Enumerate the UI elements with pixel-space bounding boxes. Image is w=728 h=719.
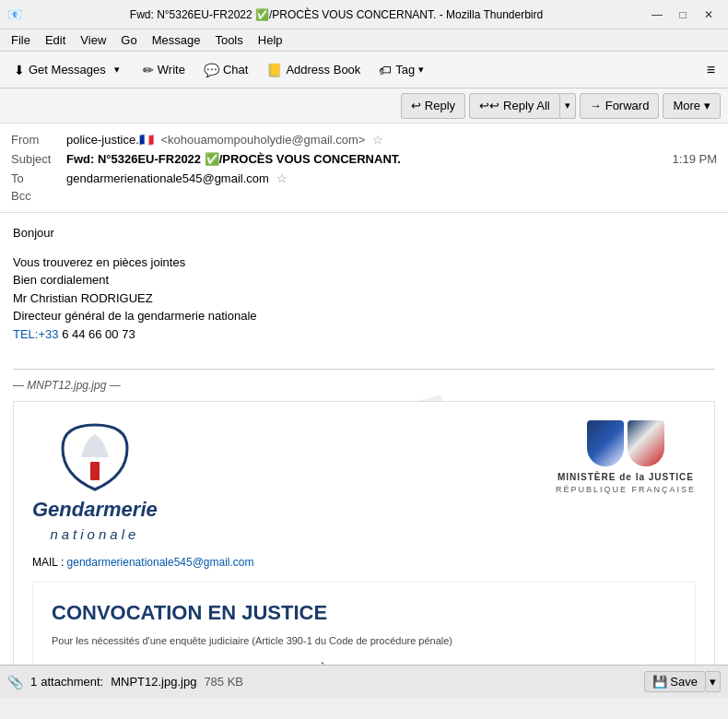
reply-icon: ↩ [411, 99, 421, 112]
attachment-filesize: 785 KB [204, 675, 243, 689]
to-row: To gendarmerienationale545@gmail.com ☆ [11, 170, 717, 187]
mail-prefix: MAIL : [32, 556, 64, 569]
tag-button[interactable]: 🏷 Tag ▾ [370, 56, 432, 84]
menu-go[interactable]: Go [113, 31, 144, 49]
star-icon[interactable]: ☆ [372, 133, 383, 147]
attachment-image: Gendarmerie nationale MINISTÈRE de la JU… [13, 401, 715, 666]
reply-all-icon: ↩↩ [479, 99, 499, 112]
subject-label: Subject [11, 152, 66, 166]
get-messages-label: Get Messages [29, 63, 106, 77]
menu-view[interactable]: View [73, 31, 113, 49]
gendarmerie-text-line1: Gendarmerie [32, 494, 158, 525]
attention-text: À votre attention, [52, 660, 676, 666]
reply-all-button[interactable]: ↩↩ Reply All [469, 93, 560, 119]
chat-icon: 💬 [204, 63, 219, 77]
para3: Mr Christian RODRIGUEZ [13, 289, 715, 308]
more-button[interactable]: More ▾ [663, 93, 721, 119]
reply-all-label: Reply All [503, 99, 550, 112]
title-bar: 📧 Fwd: N°5326EU-FR2022 ✅/PROCÈS VOUS CON… [0, 0, 728, 29]
save-button[interactable]: 💾 Save [644, 671, 706, 692]
save-dropdown-button[interactable]: ▾ [706, 671, 721, 692]
save-label: Save [670, 675, 698, 689]
phone-number: 6 44 66 00 73 [59, 327, 135, 341]
forward-button[interactable]: → Forward [580, 93, 660, 119]
mail-link[interactable]: gendarmerienationale545@gmail.com [67, 556, 254, 569]
email-body: ESET Bonjour Vous trouverez en pièces jo… [0, 213, 728, 665]
window-title: Fwd: N°5326EU-FR2022 ✅/PROCÈS VOUS CONCE… [28, 8, 645, 21]
email-header: From police-justice.🇫🇷 <kohouamompouholy… [0, 124, 728, 213]
para2: Bien cordialement [13, 271, 715, 289]
gendarmerie-arc-svg [58, 420, 132, 494]
from-email: <kohouamompouholydie@gmail.com> [160, 133, 365, 147]
menu-tools[interactable]: Tools [207, 31, 250, 49]
maximize-button[interactable]: □ [671, 6, 695, 24]
close-button[interactable]: ✕ [697, 6, 721, 24]
chat-button[interactable]: 💬 Chat [195, 56, 256, 84]
from-name: police-justice.🇫🇷 [66, 133, 154, 147]
para4: Directeur général de la gendarmerie nati… [13, 307, 715, 325]
forward-icon: → [590, 99, 602, 112]
get-messages-button[interactable]: ⬇ Get Messages ▾ [6, 56, 133, 84]
app-icon: 📧 [7, 7, 22, 21]
gendarmerie-logo: Gendarmerie nationale [32, 420, 158, 546]
more-label: More [673, 99, 700, 112]
menu-bar: File Edit View Go Message Tools Help [0, 29, 728, 52]
phone-row: TEL:+33 6 44 66 00 73 [13, 325, 715, 344]
emblem-left [587, 420, 624, 466]
republique-text: RÉPUBLIQUE FRANÇAISE [556, 484, 696, 497]
bcc-row: Bcc [11, 187, 717, 205]
attachment-info: 1 attachment: MNPT12.jpg.jpg 785 KB [30, 675, 637, 689]
tag-dropdown[interactable]: ▾ [418, 64, 424, 76]
write-button[interactable]: ✏ Write [135, 56, 194, 84]
from-label: From [11, 133, 66, 147]
to-email: gendarmerienationale545@gmail.com [66, 171, 269, 185]
gendarmerie-text-line2: nationale [50, 525, 139, 546]
tag-label: Tag [395, 63, 415, 77]
window-controls: — □ ✕ [645, 6, 721, 24]
address-book-button[interactable]: 📒 Address Book [258, 56, 369, 84]
save-area: 💾 Save ▾ [644, 671, 721, 692]
paperclip-icon: 📎 [7, 675, 23, 690]
tag-icon: 🏷 [379, 63, 392, 77]
email-body-container[interactable]: ESET Bonjour Vous trouverez en pièces jo… [0, 213, 728, 665]
hamburger-menu-button[interactable]: ≡ [699, 58, 722, 82]
from-row: From police-justice.🇫🇷 <kohouamompouholy… [11, 131, 717, 148]
mail-label-row: MAIL : gendarmerienationale545@gmail.com [32, 554, 696, 571]
from-value: police-justice.🇫🇷 <kohouamompouholydie@g… [66, 133, 717, 147]
menu-file[interactable]: File [4, 31, 38, 49]
reply-all-dropdown[interactable]: ▾ [560, 93, 576, 119]
save-icon: 💾 [652, 675, 667, 689]
greeting: Bonjour [13, 224, 715, 242]
menu-edit[interactable]: Edit [38, 31, 73, 49]
logo-section: Gendarmerie nationale MINISTÈRE de la JU… [32, 420, 696, 546]
convocation-section: CONVOCATION EN JUSTICE Pour les nécessit… [32, 582, 696, 665]
status-bar: 📎 1 attachment: MNPT12.jpg.jpg 785 KB 💾 … [0, 665, 728, 698]
subject-row: Subject Fwd: N°5326EU-FR2022 ✅/PROCÈS VO… [11, 148, 717, 170]
menu-message[interactable]: Message [145, 31, 208, 49]
main-toolbar: ⬇ Get Messages ▾ ✏ Write 💬 Chat 📒 Addres… [0, 52, 728, 88]
forward-label: Forward [605, 99, 650, 112]
convocation-title: CONVOCATION EN JUSTICE [52, 597, 676, 628]
action-toolbar: ↩ Reply ↩↩ Reply All ▾ → Forward More ▾ [0, 88, 728, 124]
menu-help[interactable]: Help [251, 31, 290, 49]
emblem-right [628, 420, 664, 466]
phone-link[interactable]: TEL:+33 [13, 327, 59, 341]
attachment-separator [13, 369, 715, 370]
subject-value: Fwd: N°5326EU-FR2022 ✅/PROCÈS VOUS CONCE… [66, 152, 665, 166]
ministere-logo: MINISTÈRE de la JUSTICE RÉPUBLIQUE FRANÇ… [556, 420, 696, 497]
ministere-emblem [587, 420, 664, 466]
get-messages-icon: ⬇ [14, 63, 25, 77]
address-book-icon: 📒 [266, 63, 282, 77]
address-book-label: Address Book [286, 63, 360, 77]
more-dropdown-icon: ▾ [704, 99, 710, 112]
attachment-label: attachment: [41, 675, 103, 689]
to-star-icon[interactable]: ☆ [276, 171, 288, 185]
attachment-label: — MNPT12.jpg.jpg — [13, 377, 715, 394]
reply-button[interactable]: ↩ Reply [401, 93, 465, 119]
write-icon: ✏ [143, 63, 154, 77]
get-messages-dropdown[interactable]: ▾ [110, 56, 124, 84]
minimize-button[interactable]: — [645, 6, 669, 24]
convocation-sub: Pour les nécessités d'une enquête judici… [52, 633, 676, 649]
chat-label: Chat [223, 63, 248, 77]
write-label: Write [158, 63, 185, 77]
